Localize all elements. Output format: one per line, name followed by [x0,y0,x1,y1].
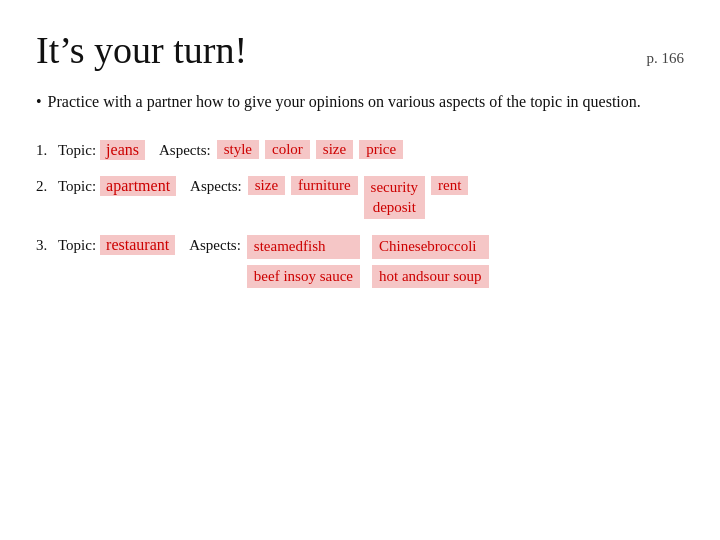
aspects-label-3: Aspects: [189,235,241,254]
aspect-style: style [217,140,259,159]
aspect-security-deposit: securitydeposit [364,176,425,219]
row-number-1: 1. [36,140,58,159]
aspect-hot-sour-soup: hot andsour soup [372,265,489,289]
aspects-label-1: Aspects: [159,140,211,159]
page: It’s your turn! p. 166 •Practice with a … [0,0,720,540]
page-reference: p. 166 [647,50,685,67]
topic-label-3: Topic: [58,235,96,254]
header-row: It’s your turn! p. 166 [36,28,684,72]
aspect-size-2: size [248,176,285,195]
aspects-row-3: steamedfish Chinesebroccoli beef insoy s… [247,235,489,288]
row-number-3: 3. [36,235,58,254]
topic-word-apartment: apartment [100,176,176,196]
aspect-size-1: size [316,140,353,159]
aspects-row-2: size furniture securitydeposit rent [248,176,469,219]
intro-text: •Practice with a partner how to give you… [36,90,684,114]
aspects-row-1: style color size price [217,140,403,159]
topic-label-2: Topic: [58,176,96,195]
aspect-chinese-broccoli: Chinesebroccoli [372,235,489,259]
aspect-rent: rent [431,176,468,195]
intro-content: Practice with a partner how to give your… [48,93,641,110]
topic-word-restaurant: restaurant [100,235,175,255]
page-title: It’s your turn! [36,28,247,72]
topic-row-1: 1. Topic: jeans Aspects: style color siz… [36,140,684,160]
aspects-label-2: Aspects: [190,176,242,195]
topic-word-jeans: jeans [100,140,145,160]
topic-row-2: 2. Topic: apartment Aspects: size furnit… [36,176,684,219]
aspect-price: price [359,140,403,159]
bullet-point: • [36,93,42,110]
topic-row-3: 3. Topic: restaurant Aspects: steamedfis… [36,235,684,288]
aspect-furniture: furniture [291,176,357,195]
aspect-beef-soy-sauce: beef insoy sauce [247,265,360,289]
topic-label-1: Topic: [58,140,96,159]
aspect-color: color [265,140,310,159]
row-number-2: 2. [36,176,58,195]
aspect-steamed-fish: steamedfish [247,235,360,259]
